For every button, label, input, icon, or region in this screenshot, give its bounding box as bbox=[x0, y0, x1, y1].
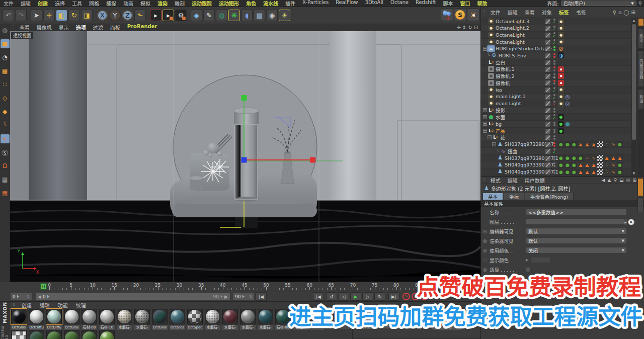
menu-item-18[interactable]: 3DtoAll bbox=[362, 0, 387, 7]
layer-toggle-icon[interactable] bbox=[545, 149, 550, 154]
light-tag-icon[interactable]: ● bbox=[558, 32, 564, 38]
viewport-menu-2[interactable]: 显示 bbox=[55, 24, 72, 31]
gs-tag-icon[interactable]: ● bbox=[571, 141, 577, 147]
object-row[interactable]: ♟SH040qq973390767●●●▲▲▲∴∿● bbox=[481, 161, 631, 168]
menu-item-2[interactable]: 创建 bbox=[34, 0, 51, 7]
color-swatch-field[interactable] bbox=[530, 257, 550, 263]
menu-item-14[interactable]: 流水线 bbox=[260, 0, 282, 7]
menu-item-9[interactable]: 渲染 bbox=[154, 0, 171, 7]
material-swatch[interactable] bbox=[275, 309, 291, 324]
material-swatch[interactable] bbox=[29, 309, 44, 324]
menu-item-23[interactable]: 帮助 bbox=[474, 0, 491, 7]
layer-toggle-icon[interactable] bbox=[545, 101, 550, 106]
menu-item-16[interactable]: X-Particles bbox=[299, 0, 332, 7]
interface-select[interactable]: 启动(用户) ▼ bbox=[561, 1, 636, 6]
object-row[interactable]: ●OctaneLight.2✓● bbox=[481, 25, 631, 32]
gs-tag-icon[interactable]: ● bbox=[558, 162, 564, 168]
move-tool[interactable]: ✛ bbox=[43, 10, 55, 21]
add-panel-icon[interactable]: ⊞ bbox=[631, 10, 635, 15]
visibility-dot-top[interactable] bbox=[553, 108, 555, 110]
material-swatch[interactable] bbox=[205, 309, 220, 324]
gs-tag-icon[interactable]: ● bbox=[558, 155, 564, 161]
visibility-dots[interactable] bbox=[552, 141, 556, 148]
visibility-dot-bottom[interactable] bbox=[553, 158, 555, 160]
om-menu-0[interactable]: 文件 bbox=[487, 9, 504, 16]
object-manager-scrollbar[interactable]: ▲ ▼ bbox=[631, 18, 636, 176]
filter-icon[interactable]: ◯ bbox=[623, 10, 629, 15]
visibility-dots[interactable] bbox=[552, 52, 556, 59]
visibility-dot-bottom[interactable] bbox=[553, 111, 555, 113]
render-picture-viewer-button[interactable]: ▸ bbox=[163, 10, 174, 21]
material-swatch[interactable] bbox=[82, 330, 97, 339]
visibility-dot-bottom[interactable] bbox=[553, 138, 555, 140]
last-used-tool[interactable]: ◨ bbox=[81, 10, 93, 21]
loop-forward-button[interactable]: ↻ bbox=[374, 292, 385, 301]
object-row[interactable]: ●摄像机✛▪ bbox=[481, 79, 631, 87]
chk-tag-icon[interactable] bbox=[597, 141, 603, 147]
add-panel-icon[interactable]: ⊞ bbox=[632, 178, 636, 183]
menu-item-12[interactable]: 运动图形 bbox=[215, 0, 243, 7]
attr-menu-1[interactable]: 编辑 bbox=[504, 177, 521, 184]
material-swatch[interactable] bbox=[46, 330, 62, 339]
side-tab-0[interactable]: 场次 bbox=[638, 28, 644, 48]
menu-item-19[interactable]: Octane bbox=[387, 0, 412, 7]
undo-button[interactable]: ↶ bbox=[3, 10, 14, 21]
visibility-dot-top[interactable] bbox=[553, 94, 555, 96]
visibility-dot-top[interactable] bbox=[553, 170, 555, 172]
visibility-dots[interactable]: ✓ bbox=[552, 114, 556, 120]
visibility-dot-top[interactable] bbox=[553, 129, 555, 131]
menu-item-6[interactable]: 捕捉 bbox=[103, 0, 120, 7]
visibility-dot-bottom[interactable] bbox=[553, 145, 555, 147]
material-swatch[interactable] bbox=[99, 330, 115, 339]
arrow-up-icon[interactable]: ▲ bbox=[608, 178, 611, 183]
zoom-view-icon[interactable]: ⇕ bbox=[462, 25, 466, 30]
gizmo-center-handle[interactable] bbox=[242, 157, 247, 163]
visibility-dots[interactable] bbox=[552, 45, 556, 52]
light-tag-icon[interactable]: ● bbox=[558, 101, 564, 107]
scrollbar-thumb[interactable] bbox=[632, 24, 636, 140]
expand-toggle-icon[interactable]: − bbox=[488, 135, 492, 139]
attribute-side-tab[interactable] bbox=[637, 197, 643, 212]
attribute-select[interactable]: 默认▼ bbox=[526, 228, 627, 234]
viewport-menu-1[interactable]: 摄像机 bbox=[33, 24, 55, 31]
menu-item-3[interactable]: 选择 bbox=[51, 0, 68, 7]
timeline-ruler[interactable]: 0 05101520253035404550556065707580859095 bbox=[0, 282, 480, 291]
layer-toggle-icon[interactable] bbox=[545, 108, 550, 113]
visibility-dot-bottom[interactable] bbox=[553, 56, 555, 58]
start-frame-spinner[interactable]: 0 F⇅ bbox=[10, 293, 32, 300]
home-icon[interactable]: ⌂ bbox=[618, 10, 621, 15]
pen-spline-button[interactable]: ✎ bbox=[203, 10, 215, 21]
gs-tag-icon[interactable]: ● bbox=[617, 169, 623, 175]
tri-tag-icon[interactable]: ▲ bbox=[610, 155, 616, 161]
expand-toggle-icon[interactable]: + bbox=[483, 108, 487, 112]
enable-axis-icon[interactable]: └ bbox=[1, 121, 10, 130]
visibility-dot-bottom[interactable]: ✓ bbox=[553, 90, 556, 93]
render-view-button[interactable]: ▸ bbox=[150, 10, 162, 21]
make-editable-icon[interactable]: ◍ bbox=[1, 26, 10, 35]
om-menu-4[interactable]: 标签 bbox=[555, 9, 573, 16]
menu-item-8[interactable]: 模拟 bbox=[137, 0, 154, 7]
material-swatch[interactable] bbox=[240, 309, 256, 324]
apply-button[interactable]: 应用 bbox=[431, 322, 463, 329]
layer-toggle-icon[interactable] bbox=[545, 122, 550, 127]
viewport-solo-icon[interactable]: ⌖ bbox=[1, 134, 10, 143]
override-radio-icon[interactable]: ◎ bbox=[483, 267, 490, 272]
od-tag-icon[interactable]: ∴ bbox=[584, 155, 590, 161]
loop-back-button[interactable]: ↺ bbox=[326, 292, 337, 301]
material-swatch[interactable] bbox=[134, 309, 150, 324]
object-row[interactable]: ●OctaneLight✓● bbox=[481, 39, 631, 46]
visibility-dot-bottom[interactable] bbox=[553, 49, 555, 51]
material-view-button[interactable] bbox=[325, 325, 337, 330]
visibility-dot-bottom[interactable] bbox=[553, 172, 555, 174]
next-frame-button[interactable]: ▷ bbox=[362, 292, 373, 301]
object-row[interactable]: ●摄像机.2✛▪ bbox=[481, 73, 631, 80]
tab-objects-active[interactable] bbox=[638, 18, 644, 26]
layer-toggle-icon[interactable] bbox=[545, 156, 550, 161]
viewport-canvas[interactable]: Y X bbox=[10, 31, 480, 282]
environment-floor-button[interactable]: ▤ bbox=[254, 10, 265, 21]
om-menu-1[interactable]: 编辑 bbox=[504, 9, 521, 16]
visibility-dot-bottom[interactable]: ✓ bbox=[553, 28, 556, 31]
visibility-dots[interactable]: ✓ bbox=[552, 94, 556, 100]
attr-menu-0[interactable]: 模式 bbox=[487, 177, 504, 184]
visibility-dot-top[interactable] bbox=[553, 142, 555, 144]
